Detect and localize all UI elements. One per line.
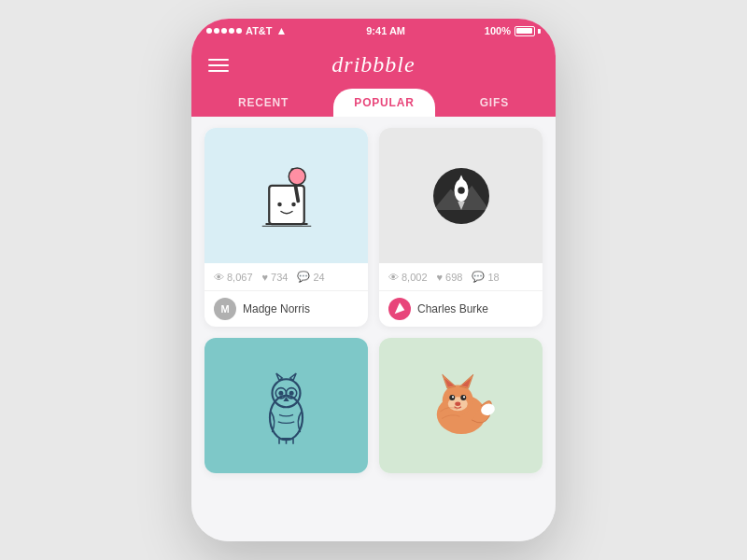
heart-icon: ♥ <box>262 272 269 283</box>
likes-count: 734 <box>271 272 288 283</box>
svg-point-4 <box>291 202 296 206</box>
card-author-drink[interactable]: M Madge Norris <box>204 291 368 327</box>
svg-point-18 <box>278 390 283 395</box>
author-name-1: Madge Norris <box>243 302 310 315</box>
app-logo: dribbble <box>331 52 415 77</box>
svg-rect-0 <box>269 185 304 223</box>
views-count: 8,067 <box>227 272 253 283</box>
stat-comments: 💬 24 <box>297 271 324 283</box>
owl-illustration <box>251 355 321 457</box>
card-image-owl <box>204 338 368 473</box>
tab-bar: RECENT POPULAR GIFS <box>208 89 539 117</box>
carrier-label: AT&T <box>246 25 273 36</box>
header: dribbble RECENT POPULAR GIFS <box>191 43 556 117</box>
wifi-icon: ▲ <box>276 24 288 37</box>
card-image-fox <box>379 338 543 473</box>
menu-button[interactable] <box>208 59 229 72</box>
stat-views: 👁 8,067 <box>214 272 253 283</box>
tab-popular[interactable]: POPULAR <box>333 89 434 117</box>
svg-marker-15 <box>276 373 282 381</box>
svg-point-10 <box>458 187 465 194</box>
time-label: 9:41 AM <box>366 25 405 36</box>
card-stats-drink: 👁 8,067 ♥ 734 💬 24 <box>204 263 368 291</box>
likes-count-2: 698 <box>445 272 462 283</box>
card-drink[interactable]: 👁 8,067 ♥ 734 💬 24 M <box>204 128 368 327</box>
battery-percent: 100% <box>485 25 511 36</box>
content-area: 👁 8,067 ♥ 734 💬 24 M <box>191 117 556 541</box>
signal-dots <box>206 28 242 34</box>
comment-icon-2: 💬 <box>472 271 485 283</box>
stat-comments-2: 💬 18 <box>472 271 499 283</box>
comments-count-2: 18 <box>487 272 499 283</box>
svg-point-3 <box>277 202 282 206</box>
heart-icon-2: ♥ <box>437 272 444 283</box>
phone-frame: AT&T ▲ 9:41 AM 100% dribbble RECENT POPU… <box>191 19 556 541</box>
tab-gifs[interactable]: GIFS <box>465 89 524 117</box>
header-top: dribbble <box>208 52 539 77</box>
avatar-image: M <box>214 298 236 320</box>
comment-icon: 💬 <box>297 271 310 283</box>
eye-icon-2: 👁 <box>388 272 399 283</box>
drink-illustration <box>245 154 329 238</box>
rocket-illustration <box>419 154 503 238</box>
stat-likes: ♥ 734 <box>262 272 289 283</box>
svg-point-36 <box>451 396 453 398</box>
author-name-2: Charles Burke <box>417 302 488 315</box>
card-owl[interactable] <box>204 338 368 473</box>
svg-point-38 <box>455 401 460 406</box>
avatar-madge: M <box>214 298 236 320</box>
status-bar: AT&T ▲ 9:41 AM 100% <box>191 19 556 43</box>
avatar-image-2 <box>388 298 411 320</box>
cards-grid: 👁 8,067 ♥ 734 💬 24 M <box>204 128 543 473</box>
svg-point-37 <box>462 396 464 398</box>
card-author-rocket[interactable]: Charles Burke <box>379 291 543 327</box>
card-fox[interactable] <box>379 338 543 473</box>
eye-icon: 👁 <box>214 272 224 283</box>
stat-likes-2: ♥ 698 <box>437 272 463 283</box>
card-rocket[interactable]: 👁 8,002 ♥ 698 💬 18 <box>379 128 543 327</box>
svg-marker-12 <box>395 302 405 314</box>
svg-point-2 <box>289 168 305 185</box>
views-count-2: 8,002 <box>402 272 428 283</box>
battery-icon <box>514 26 541 36</box>
comments-count: 24 <box>313 272 324 283</box>
stat-views-2: 👁 8,002 <box>388 272 428 283</box>
avatar-charles <box>388 298 411 320</box>
fox-illustration <box>419 364 503 448</box>
card-image-rocket <box>379 128 543 263</box>
card-image-drink <box>204 128 368 263</box>
svg-point-20 <box>289 390 294 395</box>
tab-recent[interactable]: RECENT <box>223 89 303 117</box>
status-left: AT&T ▲ <box>206 24 287 37</box>
card-stats-rocket: 👁 8,002 ♥ 698 💬 18 <box>379 263 543 291</box>
svg-marker-16 <box>290 373 296 381</box>
